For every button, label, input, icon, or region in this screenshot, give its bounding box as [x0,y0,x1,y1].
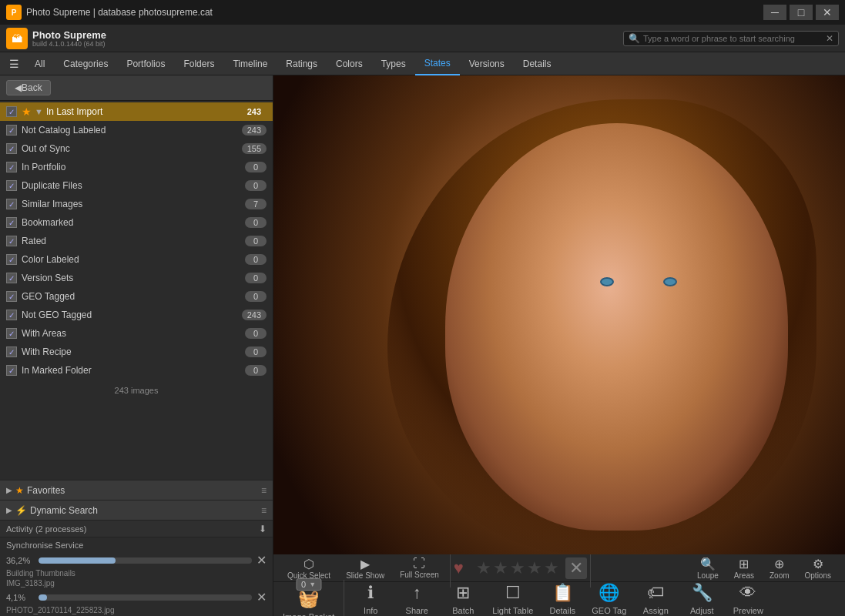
search-box[interactable]: 🔍 ✕ [623,31,839,46]
favorites-expand-icon: ▶ [6,486,12,494]
slide-show-icon: ▶ [360,557,370,571]
state-checkbox-out-of-sync[interactable] [6,143,17,154]
nav-item-portfolios[interactable]: Portfolios [117,52,174,75]
header: 🏔 Photo Supreme build 4.1.0.1440 (64 bit… [0,25,845,52]
nav-item-types[interactable]: Types [372,52,415,75]
state-checkbox-not-geo-tagged[interactable] [6,310,17,320]
nav-item-states[interactable]: States [415,52,460,75]
assign-button[interactable]: 🏷 Assign [632,572,679,616]
state-item-rated[interactable]: Rated 0 [0,232,273,250]
quick-select-icon: ⬡ [303,557,314,571]
app-icon: P [6,5,22,20]
state-item-bookmarked[interactable]: Bookmarked 0 [0,213,273,232]
state-item-in-marked-folder[interactable]: In Marked Folder 0 [0,361,273,380]
info-icon: ℹ [367,583,374,603]
state-label-in-portfolio: In Portfolio [22,162,245,172]
state-checkbox-duplicate-files[interactable] [6,180,17,191]
nav-item-folders[interactable]: Folders [174,52,223,75]
state-checkbox-with-recipe[interactable] [6,346,17,357]
state-checkbox-color-labeled[interactable] [6,254,17,265]
state-checkbox-bookmarked[interactable] [6,217,17,228]
share-icon: ↑ [413,583,421,603]
preview-button[interactable]: 👁 Preview [725,572,771,616]
back-button[interactable]: ◀ Back [6,80,51,95]
image-basket-label: Image Basket [283,612,334,616]
progress-label-1: Building Thumbnails [6,569,75,578]
search-input[interactable] [643,34,826,43]
progress-cancel-1[interactable]: ✕ [257,554,267,567]
state-count-not-catalog-labeled: 243 [242,125,267,136]
activity-download-icon[interactable]: ⬇ [259,524,267,534]
image-basket-button[interactable]: 0 ▼ 🧺 Image Basket [277,572,340,616]
state-item-in-last-import[interactable]: ★ ▼ In Last Import 243 [0,102,273,121]
favorites-menu-icon[interactable]: ≡ [261,485,267,496]
batch-button[interactable]: ⊞ Batch [440,572,486,616]
state-item-with-areas[interactable]: With Areas 0 [0,324,273,343]
back-arrow-icon: ◀ [15,82,22,93]
state-item-duplicate-files[interactable]: Duplicate Files 0 [0,176,273,195]
filter-icon: ▼ [35,107,43,116]
main-layout: ◀ Back ★ ▼ In Last Import 243 Not Catalo… [0,75,845,616]
state-label-version-sets: Version Sets [22,273,245,283]
light-table-button[interactable]: ☐ Light Table [486,572,539,616]
state-checkbox-rated[interactable] [6,236,17,246]
menu-button[interactable]: ☰ [3,55,25,73]
state-item-similar-images[interactable]: Similar Images 7 [0,195,273,213]
dynamic-search-panel[interactable]: ▶ ⚡ Dynamic Search ≡ [0,500,273,520]
portrait-face [445,123,788,531]
progress-cancel-2[interactable]: ✕ [257,591,267,604]
state-checkbox-version-sets[interactable] [6,273,17,283]
state-checkbox-similar-images[interactable] [6,199,17,209]
state-item-version-sets[interactable]: Version Sets 0 [0,269,273,287]
window-controls[interactable]: ─ □ ✕ [763,5,839,20]
progress-fill-1 [39,557,116,564]
geo-tag-button[interactable]: 🌐 GEO Tag [585,572,632,616]
state-item-out-of-sync[interactable]: Out of Sync 155 [0,139,273,158]
dynamic-search-menu-icon[interactable]: ≡ [261,505,267,516]
state-checkbox-in-portfolio[interactable] [6,162,17,172]
state-checkbox-in-marked-folder[interactable] [6,365,17,376]
assign-icon: 🏷 [647,583,664,603]
state-item-not-geo-tagged[interactable]: Not GEO Tagged 243 [0,306,273,324]
state-count-not-geo-tagged: 243 [242,310,267,320]
geo-tag-label: GEO Tag [592,606,626,615]
minimize-button[interactable]: ─ [763,5,786,20]
state-label-with-recipe: With Recipe [22,346,245,357]
sidebar: ◀ Back ★ ▼ In Last Import 243 Not Catalo… [0,75,273,616]
state-checkbox-geo-tagged[interactable] [6,291,17,302]
maximize-button[interactable]: □ [790,5,813,20]
sync-row: Synchronise Service [0,537,273,552]
state-item-in-portfolio[interactable]: In Portfolio 0 [0,158,273,176]
info-button[interactable]: ℹ Info [347,572,394,616]
state-count-geo-tagged: 0 [245,291,267,302]
state-checkbox-with-areas[interactable] [6,328,17,339]
state-checkbox-not-catalog-labeled[interactable] [6,125,17,136]
state-count-with-recipe: 0 [245,346,267,357]
nav-item-timeline[interactable]: Timeline [223,52,277,75]
state-item-color-labeled[interactable]: Color Labeled 0 [0,250,273,269]
star-icon: ★ [22,105,32,118]
search-clear-icon[interactable]: ✕ [826,33,833,44]
nav-item-versions[interactable]: Versions [460,52,514,75]
state-checkbox-in-last-import[interactable] [6,106,17,117]
nav-item-colors[interactable]: Colors [327,52,372,75]
state-item-geo-tagged[interactable]: GEO Tagged 0 [0,287,273,306]
details-button[interactable]: 📋 Details [539,572,585,616]
favorites-panel[interactable]: ▶ ★ Favorites ≡ [0,480,273,500]
options-button[interactable]: ⚙ Options [797,555,839,581]
state-item-with-recipe[interactable]: With Recipe 0 [0,343,273,361]
batch-icon: ⊞ [456,583,470,603]
nav-item-categories[interactable]: Categories [54,52,117,75]
basket-count: 0 [301,580,306,589]
state-item-not-catalog-labeled[interactable]: Not Catalog Labeled 243 [0,121,273,139]
progress-row-2: 4,1% ✕ [0,589,273,606]
nav-item-ratings[interactable]: Ratings [277,52,327,75]
close-button[interactable]: ✕ [816,5,839,20]
share-button[interactable]: ↑ Share [394,572,440,616]
nav-item-details[interactable]: Details [514,52,561,75]
preview-icon: 👁 [739,583,756,603]
nav-item-all[interactable]: All [25,52,54,75]
zoom-icon: ⊕ [774,557,784,571]
progress-pct-2: 4,1% [6,593,34,602]
adjust-button[interactable]: 🔧 Adjust [679,572,725,616]
